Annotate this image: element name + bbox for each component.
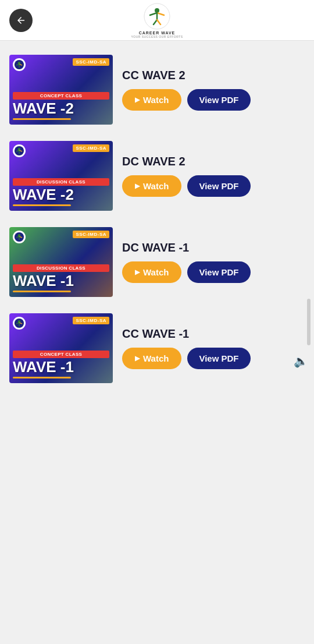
thumb-underline-1: [13, 118, 71, 120]
thumb-class-label-1: CONCEPT CLASS: [13, 92, 109, 100]
thumb-logo-4: [13, 317, 26, 330]
content-area: SSC-IMD-SA CONCEPT CLASS WAVE -2 CC WAVE…: [0, 41, 314, 399]
thumb-class-label-2: DISCUSSION CLASS: [13, 178, 109, 186]
thumb-class-label-3: DISCUSSION CLASS: [13, 264, 109, 272]
thumb-logo-3: [13, 231, 26, 243]
watch-button-4[interactable]: Watch: [122, 348, 181, 369]
thumb-underline-3: [13, 291, 71, 292]
thumb-wave-title-4: WAVE -1: [13, 359, 109, 374]
logo-subtext: YOUR SUCCESS OUR EFFORTS: [131, 35, 183, 38]
watch-button-1[interactable]: Watch: [122, 89, 181, 111]
logo-icon: [143, 2, 171, 30]
header: CAREER WAVE YOUR SUCCESS OUR EFFORTS: [0, 0, 314, 41]
card-buttons-1: Watch View PDF: [122, 89, 305, 111]
thumbnail-dc-wave-2: SSC-IMD-SA DISCUSSION CLASS WAVE -2: [9, 141, 113, 211]
back-arrow-icon: [16, 15, 26, 26]
pdf-button-1[interactable]: View PDF: [187, 89, 250, 111]
thumb-tag-1: SSC-IMD-SA: [73, 58, 109, 66]
logo-text: CAREER WAVE: [139, 31, 176, 35]
card-cc-wave-2: SSC-IMD-SA CONCEPT CLASS WAVE -2 CC WAVE…: [0, 48, 314, 132]
pdf-button-2[interactable]: View PDF: [187, 175, 250, 197]
card-title-2: DC WAVE 2: [122, 155, 305, 168]
card-title-4: CC WAVE -1: [122, 327, 305, 341]
thumb-class-label-4: CONCEPT CLASS: [13, 351, 109, 358]
watch-button-2[interactable]: Watch: [122, 175, 181, 197]
logo: CAREER WAVE YOUR SUCCESS OUR EFFORTS: [131, 2, 183, 38]
card-buttons-3: Watch View PDF: [122, 261, 305, 283]
pdf-button-3[interactable]: View PDF: [187, 261, 250, 283]
card-buttons-2: Watch View PDF: [122, 175, 305, 197]
card-cc-wave-1: SSC-IMD-SA CONCEPT CLASS WAVE -1 CC WAVE…: [0, 306, 314, 390]
thumb-tag-2: SSC-IMD-SA: [73, 144, 109, 152]
card-buttons-4: Watch View PDF: [122, 348, 305, 369]
thumb-wave-title-3: WAVE -1: [13, 273, 109, 288]
watch-button-3[interactable]: Watch: [122, 261, 181, 283]
back-button[interactable]: [9, 9, 33, 32]
speaker-icon: 🔈: [294, 354, 308, 368]
card-info-2: DC WAVE 2 Watch View PDF: [122, 155, 305, 197]
thumbnail-cc-wave-1: SSC-IMD-SA CONCEPT CLASS WAVE -1: [9, 313, 113, 383]
thumbnail-dc-wave-1: SSC-IMD-SA DISCUSSION CLASS WAVE -1: [9, 227, 113, 297]
card-info-3: DC WAVE -1 Watch View PDF: [122, 241, 305, 283]
thumb-tag-4: SSC-IMD-SA: [73, 317, 109, 324]
thumb-logo-2: [13, 144, 26, 157]
card-info-4: CC WAVE -1 Watch View PDF: [122, 327, 305, 369]
thumb-wave-title-1: WAVE -2: [13, 101, 109, 116]
thumb-underline-2: [13, 204, 71, 206]
thumbnail-cc-wave-2: SSC-IMD-SA CONCEPT CLASS WAVE -2: [9, 55, 113, 125]
card-title-1: CC WAVE 2: [122, 69, 305, 82]
card-title-3: DC WAVE -1: [122, 241, 305, 254]
card-dc-wave-2: SSC-IMD-SA DISCUSSION CLASS WAVE -2 DC W…: [0, 134, 314, 218]
pdf-button-4[interactable]: View PDF: [187, 348, 250, 369]
thumb-tag-3: SSC-IMD-SA: [73, 231, 109, 238]
card-dc-wave-1: SSC-IMD-SA DISCUSSION CLASS WAVE -1 DC W…: [0, 220, 314, 304]
thumb-wave-title-2: WAVE -2: [13, 187, 109, 202]
scrollbar[interactable]: [307, 299, 311, 345]
card-info-1: CC WAVE 2 Watch View PDF: [122, 69, 305, 111]
thumb-logo: [13, 58, 26, 71]
thumb-underline-4: [13, 377, 71, 378]
